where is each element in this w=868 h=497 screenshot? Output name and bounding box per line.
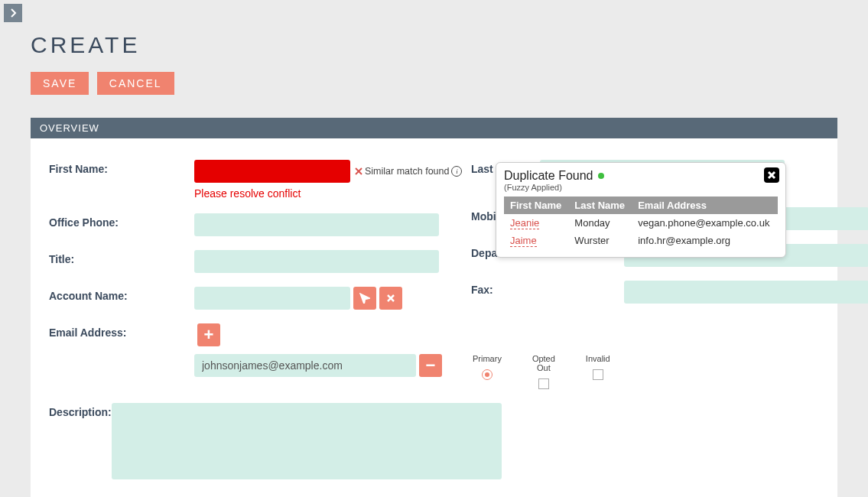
description-label: Description: xyxy=(49,403,112,482)
cancel-button[interactable]: CANCEL xyxy=(97,72,174,95)
duplicate-table: First Name Last Name Email Address Jeani… xyxy=(504,197,778,249)
dup-email: vegan.phone@example.co.uk xyxy=(632,214,778,232)
conflict-message: Please resolve conflict xyxy=(194,187,462,200)
dup-last-name: Monday xyxy=(568,214,632,232)
dup-first-name: Jeanie xyxy=(510,217,539,229)
sidebar-toggle-button[interactable] xyxy=(4,4,22,22)
account-clear-button[interactable] xyxy=(379,287,402,310)
title-label: Title: xyxy=(49,250,194,273)
similar-match-warning: Similar match found i xyxy=(355,166,462,177)
dup-col-last: Last Name xyxy=(568,197,632,214)
primary-radio[interactable] xyxy=(482,369,493,380)
page-title: CREATE xyxy=(31,32,837,58)
title-input[interactable] xyxy=(194,250,439,273)
dup-last-name: Wurster xyxy=(568,232,632,249)
office-phone-label: Office Phone: xyxy=(49,213,194,236)
x-icon xyxy=(385,293,396,304)
table-row[interactable]: Jaime Wurster info.hr@example.org xyxy=(504,232,778,249)
info-icon[interactable]: i xyxy=(451,166,462,177)
dup-email: info.hr@example.org xyxy=(632,232,778,249)
action-bar: SAVE CANCEL xyxy=(31,72,837,95)
overview-panel-header: OVERVIEW xyxy=(31,118,837,138)
email-address-label: Email Address: xyxy=(49,323,194,346)
status-dot-icon xyxy=(598,173,604,179)
dup-first-name: Jaime xyxy=(510,235,537,247)
similar-match-text: Similar match found xyxy=(365,166,449,177)
fax-input[interactable] xyxy=(624,281,868,304)
popover-subtitle: (Fuzzy Applied) xyxy=(504,183,778,192)
account-select-button[interactable] xyxy=(353,287,376,310)
svg-marker-2 xyxy=(361,294,369,303)
account-name-label: Account Name: xyxy=(49,287,194,310)
description-textarea[interactable] xyxy=(112,403,502,479)
popover-close-button[interactable] xyxy=(764,167,779,183)
office-phone-input[interactable] xyxy=(194,213,439,236)
first-name-label: First Name: xyxy=(49,160,194,200)
table-row[interactable]: Jeanie Monday vegan.phone@example.co.uk xyxy=(504,214,778,232)
remove-email-button[interactable]: − xyxy=(419,354,442,377)
first-name-input[interactable] xyxy=(194,160,350,183)
popover-title-text: Duplicate Found xyxy=(504,169,593,183)
dup-col-email: Email Address xyxy=(632,197,778,214)
popover-title: Duplicate Found xyxy=(504,169,778,183)
fax-label: Fax: xyxy=(471,281,624,304)
dup-col-first: First Name xyxy=(504,197,568,214)
add-email-button[interactable]: + xyxy=(197,323,220,346)
email-input[interactable] xyxy=(194,354,416,377)
duplicate-found-popover: Duplicate Found (Fuzzy Applied) First Na… xyxy=(496,162,786,258)
account-name-input[interactable] xyxy=(194,287,350,310)
chevron-right-icon xyxy=(8,8,18,18)
close-icon xyxy=(767,171,776,180)
save-button[interactable]: SAVE xyxy=(31,72,89,95)
pointer-icon xyxy=(359,293,370,304)
x-icon xyxy=(355,167,362,175)
